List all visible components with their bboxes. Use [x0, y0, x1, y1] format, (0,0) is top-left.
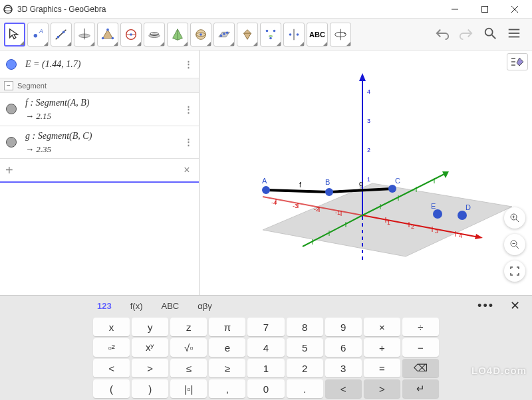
key-divide[interactable]: ÷ [402, 318, 439, 336]
reflect-tool[interactable] [283, 23, 305, 47]
svg-text:D: D [466, 203, 471, 211]
algebra-row-seg-g[interactable]: g : Segment(B, C) → 2.35 ⋮ [0, 126, 199, 159]
key-z[interactable]: z [170, 318, 207, 336]
key-7[interactable]: 7 [247, 318, 284, 336]
key-gt[interactable]: > [132, 359, 168, 377]
key-1[interactable]: 1 [247, 359, 284, 377]
move-tool[interactable] [4, 23, 25, 47]
svg-point-10 [63, 31, 65, 33]
zoom-in-button[interactable] [504, 207, 525, 229]
maximize-button[interactable] [469, 0, 499, 19]
pyramid-tool[interactable] [167, 23, 188, 47]
key-enter[interactable]: ↵ [402, 379, 439, 398]
segment-value: → 2.35 [25, 143, 184, 156]
point-tool[interactable]: A [27, 23, 49, 47]
key-3[interactable]: 3 [325, 359, 362, 377]
key-multiply[interactable]: × [364, 318, 400, 336]
key-plus[interactable]: + [364, 338, 400, 357]
key-equals[interactable]: = [364, 359, 400, 377]
kb-close-button[interactable]: ✕ [505, 298, 525, 313]
svg-text:-3: -3 [293, 203, 298, 209]
svg-line-36 [492, 35, 496, 39]
fullscreen-button[interactable] [504, 260, 525, 282]
visibility-toggle[interactable] [6, 137, 17, 148]
key-le[interactable]: ≤ [170, 359, 207, 377]
kb-tab-fx[interactable]: f(x) [122, 298, 151, 314]
polygon-tool[interactable] [97, 23, 118, 47]
key-8[interactable]: 8 [287, 318, 323, 336]
row-menu-icon[interactable]: ⋮ [184, 104, 195, 114]
key-lparen[interactable]: ( [93, 379, 130, 398]
text-tool[interactable]: ABC [307, 23, 328, 47]
visibility-toggle[interactable] [6, 104, 17, 114]
intersect-tool[interactable] [144, 23, 165, 47]
point-definition: E = (1.44, 1.7) [19, 57, 184, 71]
row-menu-icon[interactable]: ⋮ [184, 137, 195, 147]
key-right[interactable]: > [364, 379, 400, 398]
key-4[interactable]: 4 [247, 338, 284, 357]
svg-point-14 [112, 37, 114, 39]
undo-button[interactable] [435, 26, 450, 43]
menu-button[interactable] [507, 26, 521, 43]
kb-tab-123[interactable]: 123 [89, 298, 120, 314]
rotate-view-tool[interactable] [330, 23, 351, 47]
row-menu-icon[interactable]: ⋮ [184, 59, 195, 69]
algebra-row-point[interactable]: E = (1.44, 1.7) ⋮ [0, 50, 199, 78]
algebra-section-segment[interactable]: − Segment [0, 78, 199, 93]
key-6[interactable]: 6 [325, 338, 362, 357]
key-9[interactable]: 9 [325, 318, 362, 336]
svg-text:B: B [325, 178, 330, 186]
kb-tab-abc[interactable]: ABC [153, 298, 187, 314]
svg-point-25 [223, 33, 225, 35]
net-tool[interactable] [237, 23, 258, 47]
scene-3d[interactable]: 4321 -4-3-2-1 1234 f g A B C D [200, 50, 532, 295]
key-rparen[interactable]: ) [132, 379, 168, 398]
key-abs[interactable]: |▫| [170, 379, 207, 398]
minimize-button[interactable] [440, 0, 469, 19]
line-tool[interactable] [51, 23, 72, 47]
close-button[interactable] [499, 0, 529, 19]
key-ge[interactable]: ≥ [209, 359, 245, 377]
key-0[interactable]: 0 [247, 379, 284, 398]
algebra-input[interactable] [21, 165, 180, 175]
visibility-toggle[interactable] [6, 59, 17, 70]
sphere-tool[interactable] [190, 23, 211, 47]
key-comma[interactable]: , [209, 379, 245, 398]
key-y[interactable]: y [132, 318, 168, 336]
svg-point-1 [4, 7, 12, 11]
angle-tool[interactable] [260, 23, 281, 47]
virtual-keyboard: 123 f(x) ABC αβγ ••• ✕ x y z π 7 8 9 × ÷… [0, 295, 532, 400]
key-minus[interactable]: − [402, 338, 439, 357]
kb-tab-greek[interactable]: αβγ [190, 298, 220, 314]
key-left[interactable]: < [325, 379, 362, 398]
plane-tool[interactable] [213, 23, 235, 47]
zoom-out-button[interactable] [504, 234, 525, 255]
key-backspace[interactable]: ⌫ [402, 359, 439, 377]
search-button[interactable] [483, 26, 497, 43]
key-square[interactable]: ▫² [93, 338, 130, 357]
svg-point-77 [262, 186, 270, 194]
key-sqrt[interactable]: √▫ [170, 338, 207, 357]
clear-input-icon[interactable]: × [180, 164, 194, 176]
key-2[interactable]: 2 [287, 359, 323, 377]
graphics-3d-view[interactable]: 4321 -4-3-2-1 1234 f g A B C D [200, 50, 532, 295]
key-power[interactable]: xʸ [132, 338, 168, 357]
key-lt[interactable]: < [93, 359, 130, 377]
key-x[interactable]: x [93, 318, 130, 336]
graphics-style-button[interactable] [507, 53, 528, 70]
key-5[interactable]: 5 [287, 338, 323, 357]
circle-tool[interactable] [120, 23, 142, 47]
algebra-row-seg-f[interactable]: f : Segment(A, B) → 2.15 ⋮ [0, 93, 199, 126]
segment-value: → 2.15 [25, 110, 184, 123]
collapse-icon[interactable]: − [4, 81, 13, 90]
perpendicular-tool[interactable] [74, 23, 95, 47]
svg-point-28 [273, 29, 276, 32]
svg-point-81 [388, 185, 396, 193]
key-dot[interactable]: . [287, 379, 323, 398]
redo-button[interactable] [459, 26, 473, 43]
key-e[interactable]: e [209, 338, 245, 357]
algebra-input-row[interactable]: + × [0, 159, 199, 183]
key-pi[interactable]: π [209, 318, 245, 336]
kb-more-button[interactable]: ••• [469, 299, 502, 313]
segment-definition: f : Segment(A, B) [25, 96, 184, 110]
